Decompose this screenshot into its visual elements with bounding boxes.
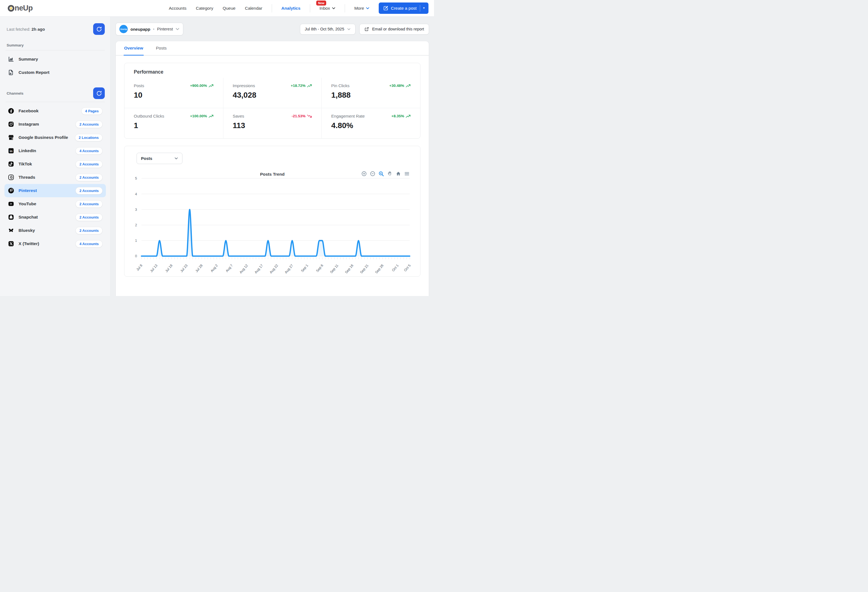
- channel-item-snapchat[interactable]: Snapchat2 Accounts: [4, 210, 106, 224]
- zoom-in-icon[interactable]: [361, 171, 367, 176]
- refresh-channels-button[interactable]: [93, 87, 105, 99]
- metric-change-value: -21.53%: [292, 114, 306, 118]
- metric-outbound-clicks: Outbound Clicks+100.00%1: [124, 108, 223, 138]
- menu-icon[interactable]: [404, 171, 410, 176]
- y-axis-tick-label: 3: [135, 207, 137, 212]
- metric-header: Saves-21.53%: [233, 114, 312, 118]
- chart-plot-area[interactable]: 012345Jul 8Jul 13Jul 18Jul 23Jul 28Aug 2…: [124, 172, 420, 276]
- metric-header: Posts+900.00%: [134, 83, 214, 88]
- google-business-icon: G: [8, 134, 14, 141]
- refresh-icon: [96, 90, 102, 96]
- metric-header: Outbound Clicks+100.00%: [134, 114, 214, 118]
- chevron-down-icon: [332, 7, 335, 9]
- x-axis-tick-label: Jul 13: [149, 263, 158, 273]
- channel-label: Facebook: [19, 108, 38, 113]
- metric-value: 113: [233, 121, 312, 130]
- pan-icon[interactable]: [387, 171, 393, 176]
- summary-chart-icon: [8, 56, 14, 62]
- create-post-button[interactable]: Create a post ▼: [379, 3, 428, 14]
- nav-divider: [345, 4, 345, 12]
- channel-item-linkedin[interactable]: inLinkedIn4 Accounts: [4, 144, 106, 157]
- email-download-report-button[interactable]: Email or download this report: [359, 24, 429, 35]
- x-axis-tick-label: Sep 21: [359, 263, 369, 274]
- x-axis-tick-label: Oct 5: [403, 263, 412, 272]
- channel-count-badge[interactable]: 2 Accounts: [75, 121, 103, 128]
- metric-change: +18.72%: [291, 84, 312, 88]
- refresh-summary-button[interactable]: [93, 23, 105, 35]
- metric-label: Posts: [134, 83, 144, 88]
- channel-count-badge[interactable]: 4 Pages: [81, 107, 103, 115]
- metric-value: 1: [134, 121, 214, 130]
- sidebar-item-summary[interactable]: Summary: [4, 53, 106, 66]
- trend-up-icon: [209, 114, 214, 118]
- channel-item-x-twitter-[interactable]: X (Twitter)4 Accounts: [4, 237, 106, 250]
- avatar: OneUp: [120, 25, 128, 33]
- separator-dot: •: [153, 27, 155, 31]
- channel-item-bluesky[interactable]: Bluesky2 Accounts: [4, 224, 106, 237]
- metric-value: 43,028: [233, 91, 312, 99]
- channel-item-threads[interactable]: Threads2 Accounts: [4, 171, 106, 184]
- metric-change-value: +100.00%: [190, 114, 207, 118]
- channel-count-badge[interactable]: 2 Accounts: [75, 187, 103, 194]
- divider: [6, 102, 105, 102]
- svg-text:G: G: [12, 138, 13, 140]
- refresh-icon: [96, 26, 102, 32]
- metric-label: Pin Clicks: [331, 83, 350, 88]
- channel-count-badge[interactable]: 2 Accounts: [75, 200, 103, 208]
- metric-pin-clicks: Pin Clicks+30.48%1,888: [322, 78, 420, 108]
- channel-count-badge[interactable]: 2 Accounts: [75, 213, 103, 221]
- channel-count-badge[interactable]: 4 Accounts: [75, 147, 103, 155]
- x-axis-tick-label: Jul 18: [164, 263, 173, 273]
- tab-posts[interactable]: Posts: [156, 41, 167, 55]
- threads-icon: [8, 174, 14, 181]
- nav-item-analytics[interactable]: Analytics: [281, 6, 301, 11]
- channel-item-youtube[interactable]: YouTube2 Accounts: [4, 197, 106, 210]
- nav-item-queue[interactable]: Queue: [223, 6, 236, 11]
- share-icon: [364, 27, 369, 31]
- tabs: OverviewPosts: [116, 41, 429, 56]
- channel-count-badge[interactable]: 2 Accounts: [75, 160, 103, 168]
- metric-change-value: +8.35%: [391, 114, 404, 118]
- oneup-logo[interactable]: neUp: [8, 4, 32, 12]
- channel-count-badge[interactable]: 2 Accounts: [75, 174, 103, 181]
- metric-change: +100.00%: [190, 114, 213, 118]
- y-axis-tick-label: 1: [135, 238, 137, 243]
- nav-item-inbox[interactable]: NewInbox: [320, 6, 335, 11]
- x-axis-tick-label: Jul 8: [136, 263, 143, 271]
- channel-item-google-business-profile[interactable]: GGoogle Business Profile2 Locations: [4, 131, 106, 144]
- nav-item-category[interactable]: Category: [196, 6, 213, 11]
- caret-down-icon[interactable]: ▼: [423, 7, 425, 9]
- logo-bolt-icon: [8, 5, 14, 12]
- y-axis-tick-label: 2: [135, 223, 137, 227]
- channel-count-badge[interactable]: 4 Accounts: [75, 240, 103, 247]
- posts-trend-chart: Posts Trend 012345Jul 8Jul 13Jul 18Jul 2…: [124, 172, 420, 276]
- pinterest-icon: [8, 187, 14, 194]
- channel-item-tiktok[interactable]: TikTok2 Accounts: [4, 157, 106, 171]
- nav-item-calendar[interactable]: Calendar: [245, 6, 262, 11]
- email-report-label: Email or download this report: [372, 27, 424, 31]
- tab-overview[interactable]: Overview: [124, 41, 143, 55]
- zoom-out-icon[interactable]: [370, 171, 375, 176]
- channel-item-facebook[interactable]: Facebook4 Pages: [4, 104, 106, 118]
- selection-zoom-icon[interactable]: [378, 171, 384, 176]
- channel-count-badge[interactable]: 2 Locations: [75, 134, 103, 141]
- sidebar-item-label: Summary: [19, 57, 38, 62]
- sidebar-item-custom-report[interactable]: Custom Report: [4, 66, 106, 79]
- section-title-summary: Summary: [4, 43, 24, 47]
- button-divider: [420, 5, 420, 12]
- nav-item-accounts[interactable]: Accounts: [169, 6, 187, 11]
- x-twitter-icon: [8, 240, 14, 247]
- posts-trend-svg: 012345Jul 8Jul 13Jul 18Jul 23Jul 28Aug 2…: [124, 172, 420, 276]
- logo-text: neUp: [15, 4, 32, 12]
- date-range-picker[interactable]: Jul 8th - Oct 5th, 2025: [300, 24, 356, 35]
- home-icon[interactable]: [396, 171, 401, 176]
- chart-metric-dropdown[interactable]: Posts: [137, 153, 182, 164]
- nav-item-more[interactable]: More: [354, 6, 369, 11]
- nav-item-label: Analytics: [281, 6, 301, 11]
- channel-item-pinterest[interactable]: Pinterest2 Accounts: [4, 184, 106, 197]
- channel-count-badge[interactable]: 2 Accounts: [75, 227, 103, 234]
- account-selector[interactable]: OneUp oneupapp • Pinterest: [115, 23, 183, 36]
- report-card: OverviewPosts Performance Posts+900.00%1…: [115, 41, 429, 296]
- nav-item-label: Category: [196, 6, 213, 11]
- channel-item-instagram[interactable]: Instagram2 Accounts: [4, 118, 106, 131]
